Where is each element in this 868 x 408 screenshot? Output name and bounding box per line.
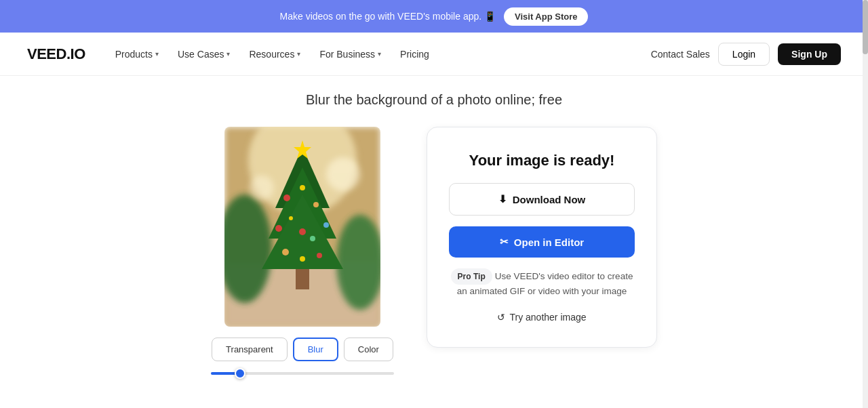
svg-point-19 (300, 256, 305, 262)
chevron-down-icon: ▾ (155, 50, 159, 58)
try-another-button[interactable]: ↺ Try another image (449, 312, 635, 323)
card-title: Your image is ready! (449, 152, 635, 169)
svg-point-10 (313, 202, 319, 207)
svg-rect-8 (296, 269, 309, 289)
svg-point-13 (323, 222, 329, 228)
try-another-label: Try another image (509, 312, 586, 323)
result-card: Your image is ready! ⬇ Download Now ✂ Op… (427, 127, 657, 348)
svg-point-12 (275, 225, 282, 232)
pro-tip-section: Pro TipUse VEED's video editor to create… (449, 268, 635, 298)
scrollbar[interactable] (863, 0, 868, 402)
open-editor-label: Open in Editor (514, 237, 584, 248)
svg-point-16 (310, 236, 315, 241)
nav-item-pricing-label: Pricing (400, 49, 429, 60)
svg-point-15 (289, 216, 293, 220)
download-icon: ⬇ (498, 193, 507, 205)
navbar: VEED.IO Products ▾ Use Cases ▾ Resources… (0, 33, 868, 76)
chevron-down-icon: ▾ (226, 50, 230, 58)
signup-button[interactable]: Sign Up (778, 43, 841, 65)
slider-track (211, 372, 394, 375)
chevron-down-icon: ▾ (378, 50, 381, 58)
visit-app-store-button[interactable]: Visit App Store (504, 7, 588, 26)
christmas-tree-image (224, 127, 380, 327)
scrollbar-thumb[interactable] (863, 0, 868, 54)
tab-buttons: Transparent Blur Color (212, 338, 393, 361)
left-panel: Transparent Blur Color (211, 127, 394, 375)
tab-blur[interactable]: Blur (293, 338, 338, 361)
svg-point-17 (282, 249, 289, 256)
download-button[interactable]: ⬇ Download Now (449, 183, 635, 216)
main-content: Blur the background of a photo online; f… (0, 76, 868, 402)
blur-slider[interactable] (211, 372, 394, 375)
svg-point-11 (300, 185, 305, 190)
nav-item-products[interactable]: Products ▾ (107, 43, 167, 65)
nav-item-products-label: Products (115, 49, 153, 60)
svg-point-14 (299, 228, 306, 235)
nav-right: Contact Sales Login Sign Up (651, 43, 841, 66)
nav-item-pricing[interactable]: Pricing (392, 43, 437, 65)
image-container (224, 127, 380, 327)
svg-point-9 (283, 195, 290, 201)
nav-item-resources-label: Resources (249, 49, 294, 60)
logo[interactable]: VEED.IO (27, 45, 85, 63)
svg-point-22 (250, 176, 274, 200)
contact-sales-link[interactable]: Contact Sales (651, 49, 710, 60)
pro-tip-badge: Pro Tip (451, 268, 492, 285)
banner-text: Make videos on the go with VEED's mobile… (280, 11, 496, 22)
chevron-down-icon: ▾ (297, 50, 300, 58)
tab-transparent[interactable]: Transparent (212, 338, 288, 361)
editor-area: Transparent Blur Color Your image is rea… (27, 127, 841, 375)
top-banner: Make videos on the go with VEED's mobile… (0, 0, 868, 33)
scissors-icon: ✂ (500, 236, 509, 248)
svg-point-21 (326, 157, 360, 191)
slider-thumb[interactable] (235, 368, 245, 379)
nav-item-for-business[interactable]: For Business ▾ (311, 43, 389, 65)
nav-item-resources[interactable]: Resources ▾ (241, 43, 309, 65)
nav-item-use-cases[interactable]: Use Cases ▾ (170, 43, 238, 65)
page-title: Blur the background of a photo online; f… (27, 92, 841, 108)
svg-point-18 (317, 253, 322, 258)
open-editor-button[interactable]: ✂ Open in Editor (449, 226, 635, 258)
nav-item-use-cases-label: Use Cases (178, 49, 224, 60)
refresh-icon: ↺ (497, 312, 505, 323)
nav-links: Products ▾ Use Cases ▾ Resources ▾ For B… (107, 43, 651, 65)
nav-item-for-business-label: For Business (319, 49, 375, 60)
download-label: Download Now (513, 194, 586, 205)
login-button[interactable]: Login (718, 43, 770, 66)
tab-color[interactable]: Color (344, 338, 393, 361)
